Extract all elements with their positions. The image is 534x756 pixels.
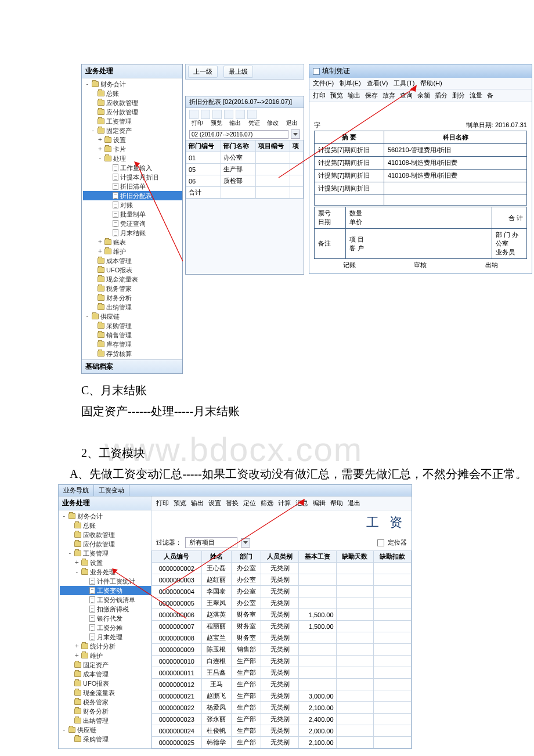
toolbar-item[interactable]: 输出 [348, 91, 360, 100]
menu-item[interactable]: 文件(F) [313, 79, 334, 88]
menu-item[interactable]: 查看(V) [367, 79, 388, 88]
preview-icon[interactable] [201, 110, 210, 119]
toolbar-item[interactable]: 余额 [417, 91, 430, 100]
toolbar-label[interactable]: 打印 [189, 119, 206, 127]
tree-item[interactable]: UFO报表 [83, 265, 182, 275]
tree-item[interactable]: 成本管理 [83, 256, 182, 265]
print-icon[interactable] [189, 110, 199, 119]
toolbar-item[interactable]: 帮助 [330, 499, 343, 507]
period-dropdown-icon[interactable] [291, 129, 300, 139]
toolbar-item[interactable]: 替换 [226, 499, 239, 507]
tree-item[interactable]: 采购管理 [83, 321, 182, 330]
toolbar-item[interactable]: 预览 [330, 91, 343, 100]
table-row[interactable]: 0000000004李国泰办公室无类别 [152, 586, 412, 597]
toolbar-item[interactable]: 编辑 [313, 499, 326, 507]
toolbar-item[interactable]: 打印 [313, 91, 326, 100]
column-header[interactable]: 部门 [231, 551, 261, 563]
app-tab[interactable]: 业务导航 [59, 485, 94, 496]
menu-item[interactable]: 制单(E) [340, 79, 361, 88]
toolbar-item[interactable]: 计算 [278, 499, 291, 507]
tree-item[interactable]: -供应链 [60, 725, 151, 735]
tree-item[interactable]: 应收款管理 [60, 530, 151, 539]
tree-item[interactable]: 销售管理 [83, 330, 182, 340]
column-header[interactable]: 部门名称 [221, 141, 255, 152]
toolbar-item[interactable]: 预览 [174, 499, 186, 507]
tree-item[interactable]: +维护 [60, 651, 151, 660]
sidebar-footer[interactable]: 基础档案 [82, 359, 182, 373]
tree-item[interactable]: 折旧分配表 [83, 191, 182, 200]
voucher-row[interactable]: 计提第[7]期间折旧410108-制造费用/折旧费 [315, 170, 527, 182]
tree-item[interactable]: 工资分钱清单 [60, 595, 151, 604]
voucher-row[interactable]: 计提第[7]期间折旧410108-制造费用/折旧费 [315, 157, 527, 170]
tree-item[interactable]: 计件工资统计 [60, 577, 151, 586]
toolbar-item[interactable]: 放弃 [383, 91, 395, 100]
column-header[interactable]: 项 [290, 141, 304, 152]
tree-item[interactable]: 财务分析 [83, 293, 182, 303]
table-row[interactable]: 0000000025韩德华生产部无类别2,100.00 [152, 737, 412, 748]
breadcrumb-top[interactable]: 最上级 [223, 66, 253, 78]
toolbar-item[interactable]: 流量 [470, 91, 482, 100]
table-row[interactable]: 0000000022杨爱凤生产部无类别2,100.00 [152, 702, 412, 714]
tree-item[interactable]: 月末处理 [60, 632, 151, 642]
tree-item[interactable]: 扣缴所得税 [60, 604, 151, 614]
voucher-row[interactable]: 计提第[7]期间折旧560210-管理费用/折旧 [315, 144, 527, 157]
tree-item[interactable]: 采购管理 [60, 735, 151, 744]
tree-item[interactable]: 应付款管理 [60, 539, 151, 549]
menu-item[interactable]: 工具(T) [394, 79, 414, 88]
tree-item[interactable]: UFO报表 [60, 679, 151, 688]
table-row[interactable]: 0000000009陈玉根销售部无类别 [152, 644, 412, 656]
table-row[interactable]: 0000000012王马生产部无类别 [152, 679, 412, 690]
tree-item[interactable]: 工资变动 [60, 586, 151, 595]
table-row[interactable]: 0000000011王昌鑫生产部无类别 [152, 667, 412, 679]
tree-item[interactable]: +卡片 [83, 145, 182, 154]
voucher-icon[interactable] [224, 110, 233, 119]
toolbar-item[interactable]: 备 [487, 91, 493, 100]
filter-dropdown-icon[interactable] [241, 538, 250, 548]
toolbar-item[interactable]: 查询 [400, 91, 413, 100]
tree-item[interactable]: 应收款管理 [83, 98, 182, 107]
tree-item[interactable]: 月末结账 [83, 228, 182, 237]
tree-item[interactable]: 出纳管理 [83, 303, 182, 312]
column-header[interactable]: 姓名 [201, 551, 231, 563]
tree-item[interactable]: -财务会计 [60, 512, 151, 521]
tree-item[interactable]: -处理 [83, 154, 182, 163]
table-row[interactable]: 05生产部 [186, 164, 304, 175]
table-row[interactable]: 0000000006赵淇英财务室无类别1,500.00 [152, 609, 412, 621]
column-header[interactable]: 人员类别 [261, 551, 299, 563]
toolbar-item[interactable]: 打印 [156, 499, 169, 507]
tree-item[interactable]: 现金流量表 [83, 275, 182, 284]
tree-item[interactable]: +设置 [60, 558, 151, 567]
exit-icon[interactable] [247, 110, 257, 119]
toolbar-item[interactable]: 退出 [348, 499, 360, 507]
tree-item[interactable]: 工作量输入 [83, 163, 182, 172]
toolbar-label[interactable]: 凭证 [246, 119, 263, 127]
column-header[interactable]: 缺勤扣款 [374, 551, 412, 563]
toolbar-item[interactable]: 汇总 [295, 499, 308, 507]
tree-item[interactable]: 出纳管理 [60, 716, 151, 725]
toolbar-label[interactable]: 修改 [265, 119, 282, 127]
tree-item[interactable]: 税务管家 [60, 697, 151, 707]
tree-item[interactable]: -固定资产 [83, 126, 182, 135]
tree-item[interactable]: 成本管理 [60, 669, 151, 679]
toolbar-item[interactable]: 输出 [191, 499, 204, 507]
export-icon[interactable] [212, 110, 222, 119]
tree-item[interactable]: 总账 [60, 521, 151, 530]
tree-item[interactable]: 库存管理 [83, 340, 182, 349]
tree-item[interactable]: 银行代发 [60, 614, 151, 623]
table-row[interactable]: 0000000003赵红丽办公室无类别 [152, 574, 412, 586]
tree-item[interactable]: 批量制单 [83, 210, 182, 219]
tree-item[interactable]: -供应链 [83, 312, 182, 321]
column-header[interactable]: 项目编号 [255, 141, 290, 152]
tree-item[interactable]: 税务管家 [83, 284, 182, 293]
table-row[interactable]: 0000000007程丽丽财务室无类别1,500.00 [152, 621, 412, 632]
tree-item[interactable]: 凭证查询 [83, 219, 182, 228]
table-row[interactable]: 0000000008赵宝兰财务室无类别 [152, 632, 412, 644]
toolbar-item[interactable]: 筛选 [261, 499, 273, 507]
locator-checkbox[interactable] [377, 539, 384, 546]
tree-item[interactable]: 应付款管理 [83, 107, 182, 117]
column-header[interactable]: 缺勤天数 [336, 551, 374, 563]
tree-item[interactable]: +维护 [83, 247, 182, 256]
table-row[interactable]: 合计 [186, 187, 304, 199]
toolbar-label[interactable]: 退出 [284, 119, 301, 127]
tree-item[interactable]: +统计分析 [60, 642, 151, 651]
